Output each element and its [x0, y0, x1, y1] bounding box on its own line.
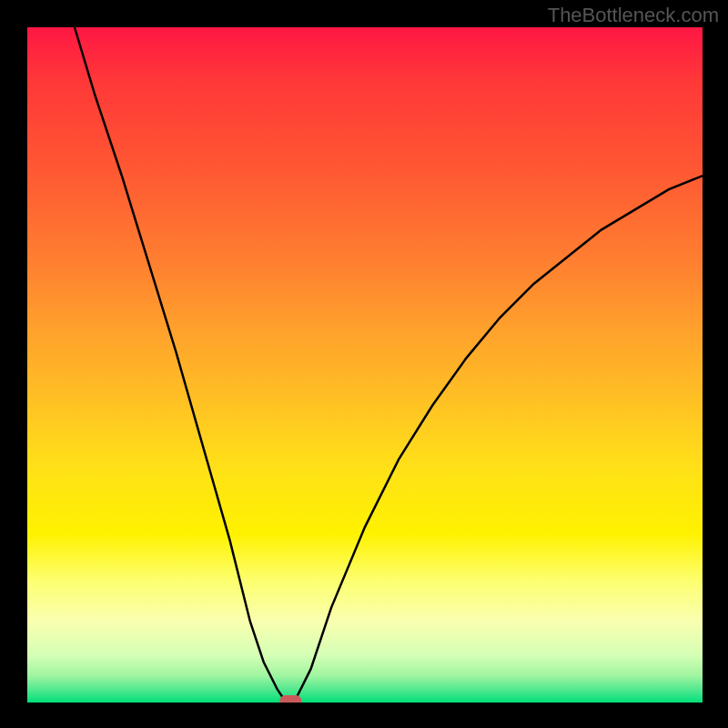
optimum-marker — [279, 695, 301, 703]
bottleneck-curve-line — [75, 27, 703, 703]
chart-svg — [27, 27, 703, 703]
chart-plot-area — [27, 27, 703, 703]
watermark-text: TheBottleneck.com — [548, 4, 719, 27]
